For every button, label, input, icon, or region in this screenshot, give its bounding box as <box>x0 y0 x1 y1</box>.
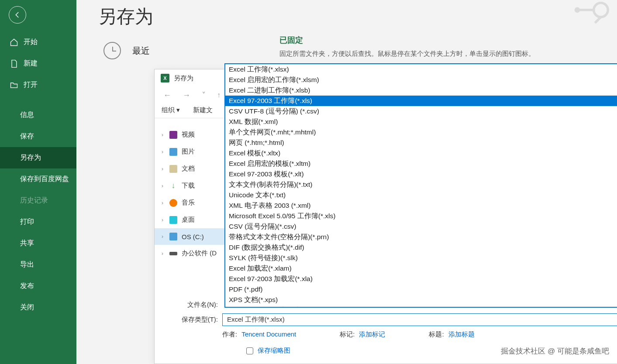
filetype-option[interactable]: 单个文件网页(*.mht;*.mhtml) <box>225 127 617 137</box>
sidebar-sub-2[interactable]: 另存为 <box>0 147 76 168</box>
filetype-option[interactable]: Excel 97-2003 工作簿(*.xls) <box>225 96 617 106</box>
folder-open-icon <box>10 81 18 89</box>
watermark-icon <box>573 0 613 28</box>
sidebar-item-home[interactable]: 开始 <box>0 31 76 53</box>
recent-label: 最近 <box>132 45 150 57</box>
filetype-option[interactable]: XML 电子表格 2003 (*.xml) <box>225 200 617 211</box>
filetype-option[interactable]: Strict Open XML 电子表格(*.xlsx) <box>225 305 617 308</box>
filetype-option[interactable]: Excel 模板(*.xltx) <box>225 148 617 158</box>
thumbnail-label[interactable]: 保存缩略图 <box>258 347 290 355</box>
sidebar-item-new[interactable]: 新建 <box>0 53 76 74</box>
filetype-option[interactable]: Excel 启用宏的模板(*.xltm) <box>225 158 617 169</box>
save-as-dialog: X 另存为 ← → ˅ ↑ 组织 ▾ 新建文 ›视频›图片›文档›↓下载›音乐›… <box>154 69 617 364</box>
tags-value[interactable]: 添加标记 <box>359 330 385 338</box>
tree-item-4[interactable]: ›音乐 <box>155 194 224 211</box>
author-label: 作者: <box>222 330 237 338</box>
pinned-title: 已固定 <box>279 35 535 45</box>
sidebar-sub-6[interactable]: 共享 <box>0 233 76 254</box>
svg-point-1 <box>576 8 579 11</box>
savetype-combobox[interactable]: Excel 工作簿(*.xlsx) ⌄ <box>222 313 617 326</box>
dialog-title: 另存为 <box>174 74 193 82</box>
folder-tree: ›视频›图片›文档›↓下载›音乐›桌面›OS (C:)›办公软件 (D <box>155 126 224 262</box>
filetype-option[interactable]: XPS 文档(*.xps) <box>225 295 617 305</box>
new-folder-button[interactable]: 新建文 <box>193 106 213 114</box>
sidebar-sub-3[interactable]: 保存到百度网盘 <box>0 168 76 190</box>
nav-forward-icon[interactable]: → <box>180 90 193 101</box>
filetype-option[interactable]: DIF (数据交换格式)(*.dif) <box>225 242 617 253</box>
file-icon <box>10 59 18 68</box>
nav-up-icon[interactable]: ↑ <box>214 90 223 100</box>
savetype-label: 保存类型(T): <box>163 316 222 324</box>
title-meta-value[interactable]: 添加标题 <box>448 330 475 338</box>
filetype-option[interactable]: Excel 97-2003 模板(*.xlt) <box>225 169 617 179</box>
backstage-sidebar: 开始 新建 打开 信息保存另存为保存到百度网盘历史记录打印共享导出发布关闭 <box>0 0 76 364</box>
filetype-option[interactable]: Excel 97-2003 加载宏(*.xla) <box>225 274 617 284</box>
tree-item-7[interactable]: ›办公软件 (D <box>155 245 224 262</box>
clock-icon <box>103 42 121 59</box>
sidebar-item-label: 打开 <box>24 80 38 89</box>
tree-item-6[interactable]: ›OS (C:) <box>155 228 224 245</box>
svg-point-0 <box>594 3 608 17</box>
sidebar-sub-7[interactable]: 导出 <box>0 254 76 275</box>
arrow-left-icon <box>14 11 21 19</box>
sidebar-sub-9[interactable]: 关闭 <box>0 297 76 318</box>
author-value[interactable]: Tencent Document <box>241 330 296 338</box>
tree-item-5[interactable]: ›桌面 <box>155 211 224 228</box>
tree-item-2[interactable]: ›文档 <box>155 160 224 177</box>
filetype-option[interactable]: Excel 工作簿(*.xlsx) <box>225 64 617 75</box>
sidebar-sub-0[interactable]: 信息 <box>0 104 76 126</box>
sidebar-item-label: 新建 <box>24 59 38 68</box>
nav-dropdown-icon[interactable]: ˅ <box>199 89 208 101</box>
savetype-value: Excel 工作簿(*.xlsx) <box>227 316 285 324</box>
sidebar-sub-1[interactable]: 保存 <box>0 126 76 147</box>
filetype-option[interactable]: CSV (逗号分隔)(*.csv) <box>225 221 617 232</box>
filetype-option[interactable]: SYLK (符号链接)(*.slk) <box>225 253 617 263</box>
filetype-option[interactable]: Excel 二进制工作簿(*.xlsb) <box>225 85 617 96</box>
organize-button[interactable]: 组织 ▾ <box>162 106 180 114</box>
filetype-option[interactable]: CSV UTF-8 (逗号分隔) (*.csv) <box>225 106 617 117</box>
sidebar-item-label: 开始 <box>24 38 38 47</box>
save-type-dropdown[interactable]: Excel 工作簿(*.xlsx)Excel 启用宏的工作簿(*.xlsm)Ex… <box>224 63 617 308</box>
excel-icon: X <box>161 74 169 82</box>
filetype-option[interactable]: XML 数据(*.xml) <box>225 117 617 127</box>
sidebar-sub-5[interactable]: 打印 <box>0 211 76 233</box>
main-area: 另存为 最近 已固定 固定所需文件夹，方便以后查找。鼠标悬停在某个文件夹上方时，… <box>76 0 617 364</box>
thumbnail-checkbox[interactable] <box>246 347 253 354</box>
watermark-text: 掘金技术社区 @ 可能是条咸鱼吧 <box>501 346 609 356</box>
filetype-option[interactable]: PDF (*.pdf) <box>225 284 617 295</box>
filename-label: 文件名(N): <box>163 301 222 309</box>
filetype-option[interactable]: 网页 (*.htm;*.html) <box>225 137 617 148</box>
pinned-description: 固定所需文件夹，方便以后查找。鼠标悬停在某个文件夹上方时，单击显示的图钉图标。 <box>279 50 535 58</box>
nav-back-icon[interactable]: ← <box>161 90 174 101</box>
tree-item-0[interactable]: ›视频 <box>155 126 224 143</box>
sidebar-sub-8[interactable]: 发布 <box>0 275 76 297</box>
title-meta-label: 标题: <box>429 330 444 338</box>
filetype-option[interactable]: Excel 启用宏的工作簿(*.xlsm) <box>225 75 617 85</box>
pinned-section: 已固定 固定所需文件夹，方便以后查找。鼠标悬停在某个文件夹上方时，单击显示的图钉… <box>279 35 535 58</box>
sidebar-item-open[interactable]: 打开 <box>0 74 76 96</box>
filetype-option[interactable]: Microsoft Excel 5.0/95 工作簿(*.xls) <box>225 211 617 221</box>
filetype-option[interactable]: 文本文件(制表符分隔)(*.txt) <box>225 179 617 190</box>
sidebar-sub-4: 历史记录 <box>0 190 76 211</box>
tree-item-1[interactable]: ›图片 <box>155 143 224 160</box>
page-title: 另存为 <box>76 0 617 29</box>
filetype-option[interactable]: Excel 加载宏(*.xlam) <box>225 263 617 274</box>
filetype-option[interactable]: Unicode 文本(*.txt) <box>225 190 617 200</box>
tags-label: 标记: <box>340 330 355 338</box>
filetype-option[interactable]: 带格式文本文件(空格分隔)(*.prn) <box>225 232 617 242</box>
home-icon <box>10 38 18 47</box>
tree-item-3[interactable]: ›↓下载 <box>155 177 224 194</box>
back-button[interactable] <box>9 6 26 24</box>
